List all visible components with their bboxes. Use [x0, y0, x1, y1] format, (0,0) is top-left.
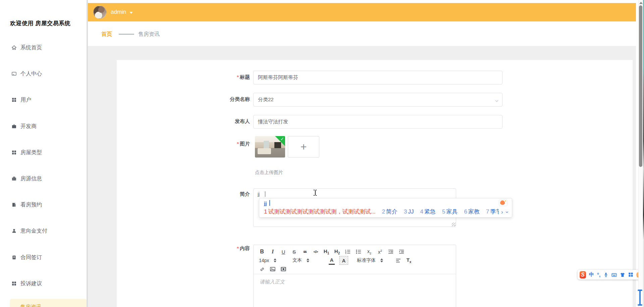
rich-text-editor: BIUS❝</>H1H2x2x2 14px 文本 A A 标准字体 Tx 请输入…	[253, 245, 456, 307]
thumbnail-window	[264, 141, 269, 148]
username[interactable]: admin	[111, 9, 126, 15]
publisher-label: 发布人	[210, 118, 250, 125]
text-color-icon[interactable]: A	[329, 256, 335, 265]
blockquote-icon[interactable]: ❝	[302, 248, 308, 255]
subscript-icon[interactable]: x2	[366, 248, 372, 255]
title-label: *标题	[210, 74, 250, 80]
bold-icon[interactable]: B	[259, 248, 265, 255]
video-icon[interactable]	[280, 265, 286, 273]
skin-icon[interactable]	[620, 272, 625, 277]
superscript-icon[interactable]: x2	[377, 248, 383, 255]
candidate-text: JJ	[408, 208, 414, 215]
microphone-icon[interactable]	[603, 272, 608, 277]
content-label: *内容	[210, 245, 250, 252]
ime-candidate-2[interactable]: 2简介	[382, 208, 397, 216]
breadcrumb-home[interactable]: 首页	[101, 31, 112, 38]
align-icon[interactable]	[395, 257, 401, 264]
toolbox-icon[interactable]	[628, 272, 633, 277]
sidebar-item-listings[interactable]: 房源信息	[0, 172, 87, 185]
breadcrumb-current: 售房资讯	[138, 31, 160, 38]
sidebar-item-label: 合同签订	[20, 254, 42, 261]
sidebar-item-sale-news-active[interactable]: 售房资讯	[10, 299, 87, 307]
uploaded-image-thumbnail[interactable]: ✓	[255, 136, 285, 158]
sidebar-item-complaints[interactable]: 投诉建议	[0, 277, 87, 290]
id-card-icon	[11, 71, 17, 77]
image-label: *图片	[210, 141, 250, 147]
ime-candidate-6[interactable]: 6家教	[464, 208, 480, 216]
underline-icon[interactable]: U	[280, 248, 286, 255]
sidebar-item-developers[interactable]: 开发商	[0, 120, 87, 133]
add-image-button[interactable]: +	[288, 136, 319, 158]
sidebar-welcome-title: 欢迎使用 房屋交易系统	[10, 19, 70, 27]
ime-status-bar: S 中 °,	[578, 270, 643, 280]
italic-icon[interactable]: I	[270, 248, 276, 255]
title-input[interactable]: 阿斯蒂芬阿斯蒂芬	[253, 71, 502, 84]
sidebar-item-label: 开发商	[20, 123, 37, 130]
category-value: 分类22	[258, 97, 274, 103]
ime-candidate-4[interactable]: 4紧急	[420, 208, 436, 216]
updown-icon	[274, 258, 276, 262]
sidebar-item-personal-center[interactable]: 个人中心	[0, 67, 87, 80]
background-color-icon[interactable]: A	[339, 256, 348, 265]
strike-icon[interactable]: S	[291, 248, 297, 255]
intro-value: jj	[258, 191, 260, 197]
chevron-down-icon[interactable]	[129, 12, 133, 14]
scrollbar-up-arrow[interactable]	[639, 2, 643, 4]
ime-candidate-3[interactable]: 3JJ	[404, 208, 414, 215]
resize-grip[interactable]	[452, 223, 455, 226]
candidate-number: 2	[382, 208, 385, 215]
sidebar-item-users[interactable]: 用户	[0, 93, 87, 107]
sogou-logo-icon[interactable]: S	[580, 271, 586, 279]
candidate-text: 家教	[468, 208, 480, 215]
header-bar: admin	[88, 3, 636, 21]
h2-icon[interactable]: H2	[334, 248, 340, 255]
sidebar-item-home[interactable]: 系统首页	[0, 41, 87, 54]
h1-icon[interactable]: H1	[323, 248, 329, 255]
ime-candidate-1[interactable]: 1试测试测试测试测试测试测，试测试测试...	[264, 208, 376, 216]
expand-icon[interactable]: ›	[504, 211, 510, 213]
sidebar-item-label: 意向金支付	[20, 228, 47, 235]
ime-composition: jj	[264, 200, 267, 206]
keyboard-icon[interactable]	[611, 272, 617, 277]
punctuation-icon[interactable]: °,	[597, 272, 600, 278]
grid-icon	[11, 97, 17, 103]
mouse-text-cursor	[313, 190, 317, 196]
indent-icon[interactable]	[398, 248, 405, 255]
editor-placeholder[interactable]: 请输入正文	[260, 279, 285, 285]
check-icon: ✓	[280, 136, 284, 141]
ime-pager: ‹ › ›	[496, 209, 508, 215]
next-page-icon[interactable]: ›	[501, 209, 503, 215]
prev-page-icon[interactable]: ‹	[496, 209, 498, 215]
sidebar-item-deposit-payment[interactable]: 意向金支付	[0, 224, 87, 238]
font-family-dropdown[interactable]: 标准字体	[357, 257, 383, 263]
font-size-dropdown[interactable]: 14px	[259, 258, 280, 263]
ordered-list-icon[interactable]	[345, 248, 351, 255]
clear-format-icon[interactable]: Tx	[406, 257, 412, 264]
category-select[interactable]: 分类22	[253, 93, 502, 107]
publisher-input[interactable]: 懂法守法打发	[253, 115, 502, 129]
sidebar-item-contract-signing[interactable]: 合同签订	[0, 251, 87, 264]
chinese-mode-icon[interactable]: 中	[589, 271, 594, 278]
bullet-list-icon[interactable]	[356, 248, 362, 255]
briefcase-icon	[11, 124, 17, 129]
toolbar-row-1: BIUS❝</>H1H2x2x2	[259, 247, 450, 256]
sidebar: 欢迎使用 房屋交易系统 系统首页个人中心用户开发商房屋类型房源信息看房预约意向金…	[0, 0, 87, 307]
sidebar-item-viewing-appointments[interactable]: 看房预约	[0, 198, 87, 211]
ime-candidate-5[interactable]: 5家具	[442, 208, 458, 216]
avatar[interactable]	[93, 6, 106, 19]
ime-emoji-badge-icon[interactable]: ✦	[499, 200, 507, 206]
code-icon[interactable]: </>	[313, 248, 319, 255]
sidebar-item-label: 房屋类型	[20, 149, 42, 156]
ime-caret	[269, 200, 270, 206]
image-icon[interactable]	[270, 265, 276, 273]
outdent-icon[interactable]	[388, 248, 394, 255]
paragraph-dropdown[interactable]: 文本	[292, 257, 319, 263]
sidebar-item-house-types[interactable]: 房屋类型	[0, 146, 87, 159]
suitcase-icon	[11, 176, 17, 182]
scrollbar-thumb[interactable]	[639, 5, 642, 167]
link-icon[interactable]	[259, 265, 265, 273]
grid-icon	[11, 150, 17, 156]
breadcrumb-separator	[119, 34, 134, 35]
updown-icon	[307, 258, 309, 262]
toolbar-row-2: 14px 文本 A A 标准字体 Tx	[259, 256, 450, 265]
